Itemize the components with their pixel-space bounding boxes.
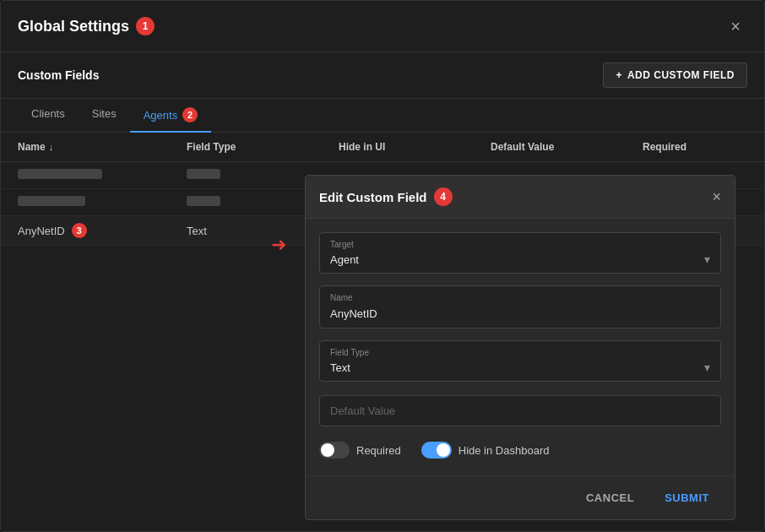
- global-settings-modal: Global Settings 1 × Custom Fields + ADD …: [0, 0, 765, 532]
- blurred-field-type: [187, 196, 220, 206]
- add-custom-field-label: ADD CUSTOM FIELD: [627, 69, 735, 81]
- arrow-indicator: ➜: [271, 234, 286, 256]
- target-label: Target: [330, 240, 710, 249]
- edit-dialog-header: Edit Custom Field 4 ×: [306, 176, 735, 219]
- table-header: Name ↓ Field Type Hide in UI Default Val…: [1, 133, 764, 162]
- hide-dashboard-toggle-group: Hide in Dashboard: [421, 442, 550, 459]
- sort-icon: ↓: [49, 142, 54, 152]
- row1-name: [18, 169, 187, 182]
- tab-clients[interactable]: Clients: [18, 99, 79, 133]
- modal-close-button[interactable]: ×: [724, 14, 747, 38]
- row2-name: [18, 196, 187, 209]
- default-value-input[interactable]: [319, 395, 721, 426]
- edit-dialog-close-button[interactable]: ×: [712, 188, 721, 206]
- target-select[interactable]: Agent ▾: [330, 252, 710, 266]
- cancel-button[interactable]: CANCEL: [578, 486, 643, 509]
- row3-name: AnyNetID 3: [18, 223, 187, 238]
- tab-agents[interactable]: Agents 2: [130, 99, 211, 133]
- edit-custom-field-dialog: Edit Custom Field 4 × Target Agent ▾ Nam…: [305, 175, 735, 520]
- required-toggle-group: Required: [319, 442, 401, 459]
- field-type-select[interactable]: Text ▾: [330, 361, 710, 374]
- col-default-value: Default Value: [491, 141, 643, 153]
- chevron-down-icon: ▾: [704, 361, 710, 374]
- submit-button[interactable]: SUBMIT: [656, 486, 718, 509]
- target-field[interactable]: Target Agent ▾: [319, 232, 721, 274]
- hide-dashboard-label: Hide in Dashboard: [458, 444, 550, 457]
- edit-dialog-title: Edit Custom Field 4: [319, 187, 453, 206]
- modal-title: Global Settings 1: [18, 17, 155, 35]
- modal-header: Global Settings 1 ×: [1, 1, 764, 52]
- hide-dashboard-toggle[interactable]: [421, 442, 452, 459]
- tab-agents-badge: 2: [182, 107, 198, 122]
- modal-title-text: Global Settings: [18, 18, 129, 35]
- plus-icon: +: [616, 69, 622, 81]
- section-title: Custom Fields: [18, 68, 99, 82]
- dialog-footer: CANCEL SUBMIT: [306, 475, 735, 519]
- toggle-row: Required Hide in Dashboard: [319, 438, 721, 462]
- tab-sites[interactable]: Sites: [79, 99, 130, 133]
- tab-agents-label: Agents: [144, 109, 177, 122]
- table-area: Name ↓ Field Type Hide in UI Default Val…: [1, 133, 764, 531]
- row-badge-3: 3: [72, 223, 87, 238]
- tabs-row: Clients Sites Agents 2: [1, 99, 764, 133]
- col-required: Required: [643, 141, 744, 153]
- blurred-name: [18, 196, 85, 206]
- blurred-name: [18, 169, 102, 179]
- chevron-down-icon: ▾: [704, 252, 710, 266]
- target-value: Agent: [330, 253, 359, 266]
- edit-dialog-badge: 4: [434, 187, 453, 206]
- required-toggle[interactable]: [319, 442, 350, 459]
- blurred-field-type: [187, 169, 220, 179]
- field-type-label: Field Type: [330, 348, 710, 357]
- section-header: Custom Fields + ADD CUSTOM FIELD: [1, 52, 764, 99]
- field-type-field[interactable]: Field Type Text ▾: [319, 340, 721, 382]
- required-label: Required: [356, 444, 401, 457]
- name-label: Name: [330, 293, 710, 302]
- col-hide-in-ui: Hide in UI: [339, 141, 491, 153]
- name-input[interactable]: [330, 307, 710, 320]
- field-type-value: Text: [330, 361, 350, 374]
- col-field-type: Field Type: [187, 141, 339, 153]
- edit-dialog-body: Target Agent ▾ Name Field Type Text: [306, 219, 735, 475]
- modal-title-badge: 1: [136, 17, 155, 35]
- col-name: Name ↓: [18, 141, 187, 153]
- add-custom-field-button[interactable]: + ADD CUSTOM FIELD: [603, 62, 747, 88]
- name-field: Name: [319, 285, 721, 328]
